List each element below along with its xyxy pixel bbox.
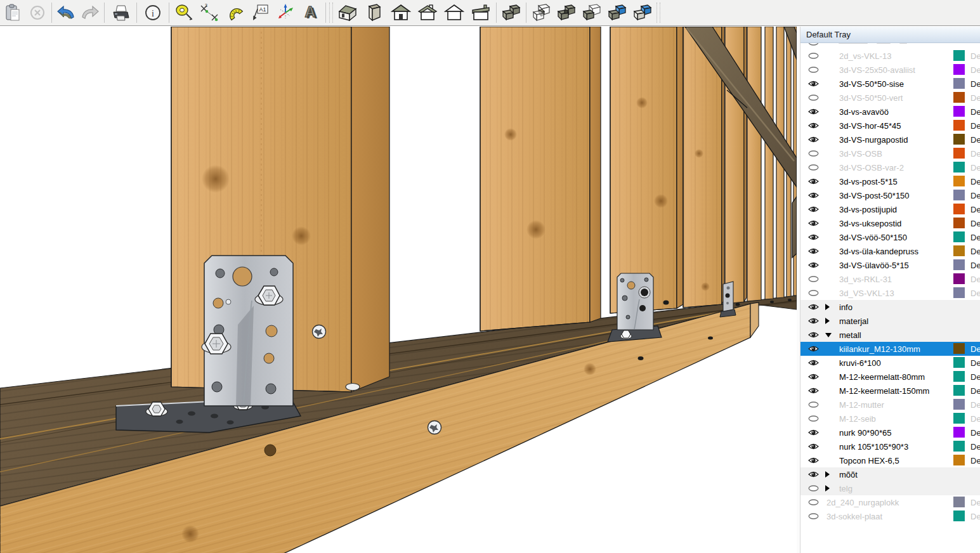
color-swatch[interactable] <box>953 204 965 214</box>
color-swatch[interactable] <box>953 120 965 131</box>
color-swatch[interactable] <box>953 231 965 242</box>
tag-row[interactable]: 3d-vs-postijupidDe <box>800 202 980 216</box>
color-swatch[interactable] <box>953 287 965 298</box>
eye-visible-icon[interactable] <box>807 317 820 325</box>
color-swatch[interactable] <box>953 371 965 382</box>
eye-hidden-icon[interactable] <box>807 289 820 297</box>
color-swatch[interactable] <box>953 162 965 172</box>
tag-row[interactable]: 3d-vs-uksepostidDe <box>800 216 980 230</box>
eye-visible-icon[interactable] <box>807 359 820 367</box>
shaded-button[interactable] <box>579 1 604 24</box>
eye-hidden-icon[interactable] <box>807 164 820 171</box>
eye-visible-icon[interactable] <box>807 345 820 353</box>
eye-visible-icon[interactable] <box>807 457 820 464</box>
color-swatch[interactable] <box>953 148 965 159</box>
eye-hidden-icon[interactable] <box>807 415 820 422</box>
undo-button[interactable] <box>54 1 78 24</box>
color-swatch[interactable] <box>953 64 965 75</box>
eye-hidden-icon[interactable] <box>807 43 820 46</box>
color-swatch[interactable] <box>953 357 965 368</box>
toolbar-grip[interactable] <box>657 3 660 23</box>
color-swatch[interactable] <box>953 455 965 465</box>
tag-row[interactable]: nurk 105*105*90*3De <box>800 439 980 453</box>
axes-tool-button[interactable] <box>273 1 298 24</box>
eye-visible-icon[interactable] <box>807 205 820 213</box>
eye-visible-icon[interactable] <box>807 471 820 478</box>
expand-arrow-icon[interactable] <box>825 471 830 478</box>
color-swatch[interactable] <box>953 78 965 89</box>
expand-arrow-icon[interactable] <box>825 318 830 324</box>
color-swatch[interactable] <box>953 399 965 410</box>
tag-row[interactable]: 3d-VS-OSBDe <box>800 146 980 160</box>
eye-visible-icon[interactable] <box>807 247 820 255</box>
eye-hidden-icon[interactable] <box>807 512 820 520</box>
tag-row[interactable]: kruvi-6*100De <box>800 356 980 370</box>
eye-hidden-icon[interactable] <box>807 275 820 283</box>
eye-visible-icon[interactable] <box>807 373 820 381</box>
tag-row[interactable]: Topcon HEX-6,5De <box>800 453 980 467</box>
eye-visible-icon[interactable] <box>807 387 820 394</box>
back-view-button[interactable] <box>441 1 467 24</box>
tag-row[interactable]: 3d-VS-OSB-var-2De <box>800 160 980 174</box>
wall-stud[interactable] <box>610 27 683 313</box>
wall-stud[interactable] <box>480 27 601 331</box>
hidden-line-button[interactable] <box>554 1 579 24</box>
right-view-button[interactable] <box>414 1 441 24</box>
shaded-textures-button[interactable] <box>604 1 630 24</box>
eye-hidden-icon[interactable] <box>807 66 820 74</box>
tag-row[interactable]: 3d-sokkel-plaatDe <box>800 509 980 523</box>
expand-arrow-icon[interactable] <box>825 304 830 310</box>
eye-visible-icon[interactable] <box>807 80 820 88</box>
color-swatch[interactable] <box>953 245 965 256</box>
tag-group-row[interactable]: mõõt <box>800 467 980 481</box>
color-swatch[interactable] <box>953 273 965 284</box>
eye-visible-icon[interactable] <box>807 443 820 450</box>
left-view-button[interactable] <box>467 1 494 24</box>
color-swatch[interactable] <box>953 176 965 186</box>
wall-stud[interactable] <box>747 27 761 301</box>
tag-row[interactable]: M-12-mutterDe <box>800 398 980 412</box>
color-swatch[interactable] <box>953 106 965 117</box>
tag-row[interactable]: 3d-VS-50*50-vertDe <box>800 91 980 105</box>
eye-hidden-icon[interactable] <box>807 498 820 506</box>
wireframe-button[interactable] <box>528 1 554 24</box>
color-swatch[interactable] <box>953 343 965 354</box>
tag-group-row[interactable]: info <box>800 300 980 314</box>
tag-row[interactable]: M-12-keermelatt-150mmDe <box>800 384 980 398</box>
tag-row[interactable]: 2d_vs-VKL-13De <box>800 49 980 63</box>
tag-row[interactable]: 3d-vs-post-5*15De <box>800 174 980 188</box>
tag-row[interactable]: M-12-keermelatt-80mmDe <box>800 370 980 384</box>
top-view-button[interactable] <box>361 1 388 24</box>
front-view-button[interactable] <box>388 1 414 24</box>
color-swatch[interactable] <box>953 497 965 507</box>
print-button[interactable] <box>107 1 134 24</box>
eye-visible-icon[interactable] <box>807 233 820 241</box>
eye-hidden-icon[interactable] <box>807 485 820 492</box>
color-swatch[interactable] <box>953 218 965 228</box>
tag-row[interactable]: 3d-VS-post-50*150De <box>800 188 980 202</box>
eye-visible-icon[interactable] <box>807 331 820 339</box>
tag-row[interactable]: 3d-VS-50*50-siseDe <box>800 77 980 91</box>
clipped-tag-row[interactable] <box>800 43 980 49</box>
tag-row[interactable]: M-12-seibDe <box>800 412 980 426</box>
tag-group-row[interactable]: telg <box>800 481 980 495</box>
color-swatch[interactable] <box>953 511 965 521</box>
tag-row[interactable]: 3d_vs-RKL-31De <box>800 272 980 286</box>
eye-visible-icon[interactable] <box>807 429 820 436</box>
eye-visible-icon[interactable] <box>807 192 820 199</box>
color-swatch[interactable] <box>953 92 965 103</box>
wall-stud[interactable] <box>765 27 773 299</box>
color-swatch[interactable] <box>953 190 965 200</box>
3d-text-button[interactable]: AA <box>298 1 323 24</box>
color-swatch[interactable] <box>953 413 965 424</box>
tag-row[interactable]: 3d-vs-avavööDe <box>800 105 980 119</box>
tag-row[interactable]: 2d_240_nurgaplokkDe <box>800 495 980 509</box>
text-tool-button[interactable]: A1 <box>247 1 273 24</box>
color-swatch[interactable] <box>953 385 965 396</box>
protractor-button[interactable] <box>222 1 247 24</box>
color-swatch[interactable] <box>953 50 965 61</box>
expand-arrow-icon[interactable] <box>825 333 832 337</box>
tag-row[interactable]: 3d-VS-vöö-50*150De <box>800 230 980 244</box>
tag-row[interactable]: nurk 90*90*65De <box>800 426 980 439</box>
tag-group-row[interactable]: materjal <box>800 314 980 328</box>
